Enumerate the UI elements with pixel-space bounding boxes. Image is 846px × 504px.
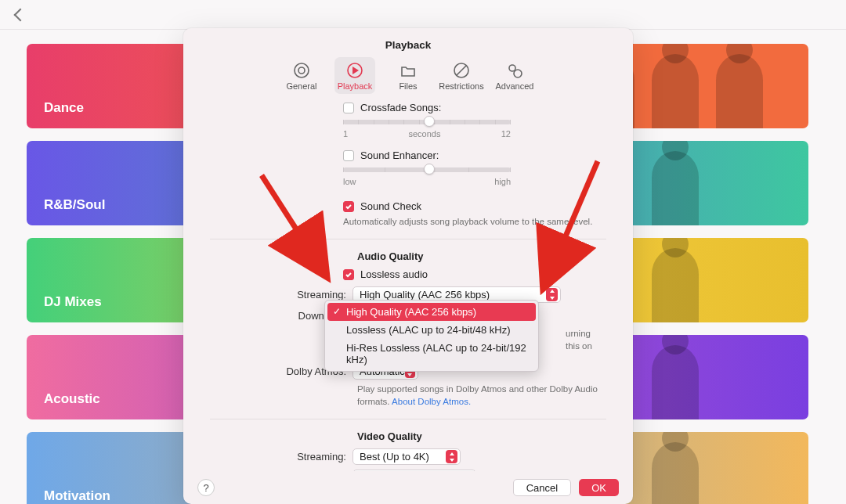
audio-streaming-label: Streaming:: [210, 289, 352, 301]
enhancer-high: high: [494, 177, 511, 186]
lossless-label: Lossless audio: [360, 268, 428, 280]
dropdown-option[interactable]: High Quality (AAC 256 kbps): [327, 303, 536, 321]
folder-icon: [400, 62, 417, 79]
svg-point-0: [298, 67, 305, 74]
tab-advanced[interactable]: Advanced: [494, 57, 535, 94]
stepper-icon: [446, 450, 457, 463]
enhancer-low: low: [343, 177, 356, 186]
tile-label: Motivation: [44, 488, 110, 504]
tab-files[interactable]: Files: [388, 57, 428, 94]
gears-icon: [506, 62, 523, 79]
enhancer-label: Sound Enhancer:: [360, 149, 439, 161]
audio-quality-title: Audio Quality: [357, 250, 606, 262]
play-icon: [346, 62, 363, 79]
tile-label: Dance: [44, 100, 84, 116]
enhancer-slider[interactable]: [343, 167, 511, 172]
soundcheck-checkbox[interactable]: [343, 201, 354, 212]
enhancer-checkbox[interactable]: [343, 150, 354, 161]
crossfade-max: 12: [501, 129, 511, 139]
tab-playback[interactable]: Playback: [334, 57, 375, 94]
video-streaming-select[interactable]: Best (Up to 4K): [352, 448, 461, 465]
lossless-note: urning this on: [566, 327, 606, 352]
lossless-checkbox[interactable]: [343, 269, 354, 280]
svg-point-6: [514, 70, 522, 77]
help-button[interactable]: ?: [197, 479, 215, 496]
playback-preferences-dialog: Playback General Playback Files Restrict…: [183, 28, 633, 504]
preferences-tab-bar: General Playback Files Restrictions Adva…: [183, 57, 633, 94]
soundcheck-label: Sound Check: [360, 200, 421, 212]
tile-label: R&B/Soul: [44, 197, 105, 213]
dialog-title: Playback: [183, 28, 633, 52]
stepper-icon: [546, 288, 558, 301]
dropdown-option[interactable]: Hi-Res Lossless (ALAC up to 24-bit/192 k…: [327, 339, 536, 369]
dropdown-option[interactable]: Lossless (ALAC up to 24-bit/48 kHz): [327, 321, 536, 339]
restrictions-icon: [453, 62, 470, 79]
soundcheck-desc: Automatically adjusts song playback volu…: [343, 215, 606, 228]
tile-label: Acoustic: [44, 391, 100, 407]
crossfade-min: 1: [343, 129, 348, 139]
svg-point-5: [509, 65, 515, 71]
tab-general[interactable]: General: [281, 57, 322, 94]
crossfade-slider[interactable]: [343, 120, 511, 124]
svg-line-4: [457, 66, 466, 75]
ok-button[interactable]: OK: [579, 479, 619, 496]
crossfade-label: Crossfade Songs:: [360, 102, 441, 113]
audio-download-dropdown: High Quality (AAC 256 kbps) Lossless (AL…: [324, 300, 539, 372]
crossfade-unit: seconds: [408, 129, 440, 139]
tab-restrictions[interactable]: Restrictions: [441, 57, 482, 94]
video-streaming-label: Streaming:: [210, 451, 352, 463]
video-quality-title: Video Quality: [357, 430, 606, 442]
about-dolby-link[interactable]: About Dolby Atmos.: [392, 397, 471, 406]
gear-icon: [293, 62, 310, 79]
tile-label: DJ Mixes: [44, 294, 102, 310]
back-button[interactable]: [14, 8, 27, 21]
cancel-button[interactable]: Cancel: [513, 479, 571, 496]
crossfade-checkbox[interactable]: [343, 103, 354, 113]
svg-point-1: [295, 63, 309, 77]
